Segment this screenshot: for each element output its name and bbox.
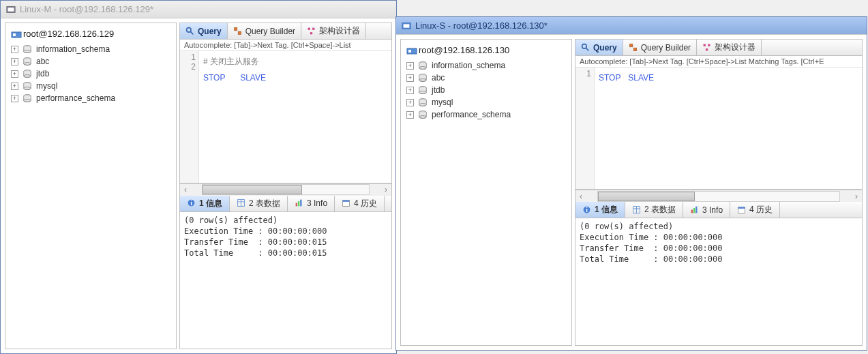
tree-db-item[interactable]: +abc [404, 72, 569, 84]
svg-line-15 [190, 31, 193, 34]
builder-icon [629, 43, 638, 53]
database-icon [23, 44, 32, 54]
connection-label: root@192.168.126.129 [23, 29, 114, 39]
svg-rect-30 [343, 200, 350, 201]
expand-icon[interactable]: + [11, 95, 18, 102]
tree-root-connection[interactable]: root@192.168.126.129 [8, 26, 173, 43]
line-gutter: 1 2 [180, 51, 199, 183]
database-icon [418, 110, 428, 119]
tab-query[interactable]: Query [575, 40, 623, 55]
result-output[interactable]: (0 row(s) affected) Execution Time : 00:… [575, 218, 862, 345]
tree-db-item[interactable]: +mysql [404, 96, 569, 108]
connection-icon [11, 29, 20, 39]
tab-schema-label: 架构设计器 [715, 42, 755, 53]
expand-icon[interactable]: + [11, 70, 18, 78]
result-tab-history[interactable]: 4 历史 [730, 202, 780, 218]
editor-pane-right: Query Query Builder 架构设计器 Autocomplete: … [575, 39, 863, 346]
svg-rect-59 [695, 206, 697, 213]
tree-db-item[interactable]: +abc [8, 55, 173, 68]
code-area[interactable]: STOP SLAVE [595, 68, 862, 189]
database-icon [23, 81, 32, 91]
code-stop: STOP [203, 73, 225, 83]
expand-icon[interactable]: + [406, 74, 414, 82]
db-label: jtdb [432, 85, 445, 95]
db-label: abc [432, 73, 445, 83]
tree-db-item[interactable]: +performance_schema [8, 92, 173, 104]
result-tab-info1[interactable]: i 1 信息 [180, 196, 230, 211]
database-icon [418, 73, 428, 83]
app-icon [6, 5, 16, 14]
tab-schema-designer[interactable]: 架构设计器 [697, 40, 762, 55]
result-tab-data[interactable]: 2 表数据 [625, 202, 683, 218]
database-icon [418, 85, 428, 95]
svg-rect-34 [408, 50, 411, 53]
result-tab-data[interactable]: 2 表数据 [230, 196, 288, 211]
window-linux-s: Linux-S - root@192.168.126.130* root@192… [395, 16, 867, 351]
chart-icon [690, 205, 700, 215]
code-stop: STOP [599, 73, 620, 83]
db-tree-right[interactable]: root@192.168.126.130 +information_schema… [400, 39, 572, 346]
titlebar-left[interactable]: Linux-M - root@192.168.126.129* [1, 1, 396, 18]
editor-hscroll[interactable]: ‹ › [180, 183, 391, 196]
expand-icon[interactable]: + [11, 46, 18, 53]
tree-db-item[interactable]: +jtdb [8, 68, 173, 80]
svg-rect-17 [238, 31, 241, 34]
svg-rect-28 [300, 200, 301, 207]
svg-rect-47 [629, 44, 632, 46]
svg-rect-61 [738, 207, 745, 208]
database-icon [418, 98, 428, 107]
expand-icon[interactable]: + [406, 87, 414, 94]
tab-query-builder[interactable]: Query Builder [228, 23, 301, 39]
code-slave: SLAVE [628, 73, 654, 83]
db-label: mysql [432, 98, 453, 107]
app-icon [402, 21, 411, 31]
tab-query-label: Query [198, 27, 222, 36]
svg-rect-32 [404, 24, 410, 27]
db-label: information_schema [36, 44, 110, 54]
tree-db-list: +information_schema+abc+jtdb+mysql+perfo… [8, 43, 173, 104]
svg-text:i: i [586, 205, 588, 213]
expand-icon[interactable]: + [11, 58, 18, 65]
tab-query[interactable]: Query [180, 23, 228, 39]
result-tab-info3[interactable]: 3 Info [683, 202, 730, 218]
magnifier-icon [581, 43, 590, 53]
expand-icon[interactable]: + [406, 62, 414, 70]
database-icon [23, 57, 32, 66]
result-tab-history[interactable]: 4 历史 [335, 196, 385, 211]
sql-editor[interactable]: 1 STOP SLAVE [575, 68, 862, 190]
database-icon [23, 69, 32, 78]
expand-icon[interactable]: + [406, 111, 414, 119]
info-icon: i [582, 205, 592, 215]
tree-root-connection[interactable]: root@192.168.126.130 [404, 42, 569, 59]
db-tree-left[interactable]: root@192.168.126.129 +information_schema… [5, 23, 177, 349]
tab-query-builder[interactable]: Query Builder [623, 40, 697, 55]
sql-editor[interactable]: 1 2 # 关闭主从服务 STOP SLAVE [180, 51, 391, 183]
window-title: Linux-S - root@192.168.126.130* [415, 20, 548, 31]
svg-rect-1 [8, 8, 14, 11]
db-label: performance_schema [36, 93, 115, 103]
tab-schema-designer[interactable]: 架构设计器 [301, 23, 366, 39]
tree-db-item[interactable]: +performance_schema [404, 108, 569, 121]
editor-tabs: Query Query Builder 架构设计器 [180, 23, 391, 40]
svg-text:i: i [190, 199, 192, 207]
tab-builder-label: Query Builder [641, 43, 691, 53]
result-tabs: i 1 信息 2 表数据 3 Info 4 历史 [180, 196, 391, 212]
tree-db-item[interactable]: +mysql [8, 80, 173, 92]
svg-rect-18 [308, 27, 310, 29]
svg-rect-20 [310, 32, 312, 34]
result-tabs: i 1 信息 2 表数据 3 Info 4 历史 [575, 202, 862, 218]
db-label: information_schema [432, 61, 505, 70]
tree-db-item[interactable]: +information_schema [8, 43, 173, 55]
result-output[interactable]: (0 row(s) affected) Execution Time : 00:… [180, 212, 391, 349]
result-tab-info3[interactable]: 3 Info [288, 196, 335, 211]
expand-icon[interactable]: + [406, 99, 414, 106]
code-area[interactable]: # 关闭主从服务 STOP SLAVE [199, 51, 391, 183]
tree-db-item[interactable]: +information_schema [404, 59, 569, 72]
editor-tabs: Query Query Builder 架构设计器 [575, 40, 862, 56]
titlebar-right[interactable]: Linux-S - root@192.168.126.130* [396, 17, 867, 35]
editor-pane-left: Query Query Builder 架构设计器 Autocomplete: … [179, 23, 392, 349]
editor-hscroll[interactable]: ‹ › [575, 190, 862, 202]
result-tab-info1[interactable]: i 1 信息 [575, 202, 625, 218]
expand-icon[interactable]: + [11, 83, 18, 90]
tree-db-item[interactable]: +jtdb [404, 84, 569, 96]
